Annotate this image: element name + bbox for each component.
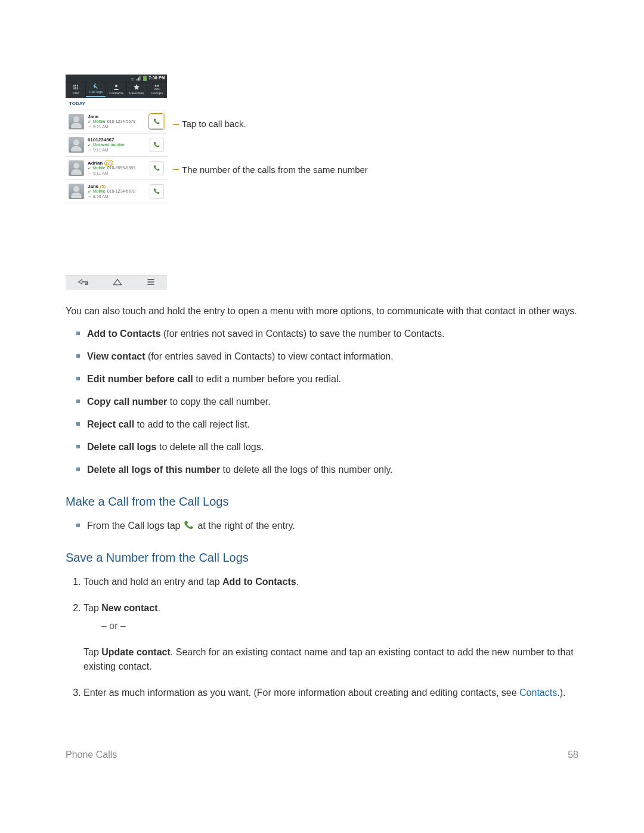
tab-contacts-label: Contacts — [109, 91, 123, 96]
time-arrow-icon: → — [88, 125, 92, 129]
incoming-call-icon: ↙ — [88, 189, 91, 194]
option-edit-number: Edit number before call to edit a number… — [87, 372, 578, 386]
svg-point-5 — [77, 86, 78, 88]
phone-icon — [153, 165, 160, 172]
signal-icon — [137, 76, 141, 80]
svg-point-1 — [75, 85, 76, 86]
callout-text: The number of the calls from the same nu… — [182, 163, 368, 177]
call-time: 9:11 AM — [93, 148, 109, 152]
avatar — [69, 184, 84, 199]
call-time: 9:11 AM — [93, 171, 109, 175]
home-icon[interactable] — [113, 275, 122, 290]
heading-save-number: Save a Number from the Call Logs — [66, 549, 578, 566]
tab-groups[interactable]: Groups — [147, 82, 167, 98]
call-logs-icon — [93, 83, 99, 89]
svg-point-11 — [157, 85, 159, 87]
contact-name: Adrian — [88, 160, 103, 166]
contacts-icon — [113, 84, 119, 90]
option-add-to-contacts: Add to Contacts (for entries not saved i… — [87, 327, 578, 341]
wifi-icon — [130, 76, 135, 80]
save-number-step-1: Touch and hold an entry and tap Add to C… — [83, 575, 578, 589]
save-number-step-2: Tap New contact. – or – Tap Update conta… — [83, 601, 578, 674]
make-call-step: From the Call logs tap at the right of t… — [87, 519, 578, 533]
option-view-contact: View contact (for entries saved in Conta… — [87, 349, 578, 364]
tab-groups-label: Groups — [151, 91, 163, 96]
option-delete-all-logs: Delete all logs of this number to delete… — [87, 463, 578, 477]
svg-point-2 — [77, 85, 78, 86]
number-type: Mobile — [93, 119, 106, 124]
status-bar: 7:00 PM — [66, 75, 167, 82]
tab-dial-label: Dial — [72, 91, 78, 96]
tab-call-logs-label: Call logs — [89, 89, 103, 95]
star-icon — [134, 84, 140, 90]
make-call-steps: From the Call logs tap at the right of t… — [66, 519, 578, 533]
tab-favorites[interactable]: Favorites — [127, 82, 147, 98]
time-arrow-icon: → — [88, 148, 92, 152]
contact-name: Jane — [88, 114, 98, 119]
menu-icon[interactable] — [147, 275, 155, 290]
figure-callouts: Tap to call back. The number of the call… — [173, 75, 368, 290]
incoming-call-icon: ↙ — [88, 166, 91, 171]
step-2-alt: Tap Update contact. Search for an existi… — [83, 645, 578, 674]
incoming-call-icon: ↙ — [88, 119, 91, 124]
dialpad-icon — [73, 84, 79, 90]
inline-phone-icon — [183, 519, 195, 531]
callout-tap-call-back: Tap to call back. — [173, 117, 368, 131]
call-back-button[interactable] — [150, 161, 164, 175]
groups-icon — [154, 84, 160, 90]
row-info: Jane (5) ↙Mobile 010-1234-5678 → 8:58 AM — [88, 184, 150, 199]
callout-call-count: The number of the calls from the same nu… — [173, 163, 368, 177]
status-time: 7:00 PM — [148, 75, 165, 82]
svg-point-0 — [73, 85, 75, 86]
phone-mockup: 7:00 PM Dial Call logs Contacts Favorit — [66, 75, 167, 290]
svg-point-4 — [75, 86, 76, 88]
call-log-row[interactable]: Adrian (2) ↙Mobile 010-5555-5555 → 9:11 … — [66, 157, 167, 180]
tab-contacts[interactable]: Contacts — [106, 82, 126, 98]
time-arrow-icon: → — [88, 194, 92, 199]
row-info: Jane ↙Mobile 010-1234-5678 → 9:21 AM — [88, 114, 150, 129]
svg-point-9 — [115, 85, 117, 87]
call-back-button[interactable] — [150, 138, 164, 152]
phone-icon — [153, 118, 160, 125]
section-today: TODAY — [66, 98, 167, 110]
phone-icon — [153, 188, 160, 195]
call-log-row[interactable]: Jane (5) ↙Mobile 010-1234-5678 → 8:58 AM — [66, 180, 167, 203]
row-info: 0101234567 ↙Unsaved number → 9:11 AM — [88, 137, 150, 153]
option-delete-call-logs: Delete call logs to delete all the call … — [87, 440, 578, 454]
call-count: (2) — [104, 160, 114, 166]
call-log-row[interactable]: 0101234567 ↙Unsaved number → 9:11 AM — [66, 134, 167, 157]
call-log-row[interactable]: Jane ↙Mobile 010-1234-5678 → 9:21 AM — [66, 110, 167, 134]
save-number-steps: Touch and hold an entry and tap Add to C… — [66, 575, 578, 700]
tab-call-logs[interactable]: Call logs — [86, 82, 106, 98]
footer-page-number: 58 — [568, 748, 578, 762]
row-info: Adrian (2) ↙Mobile 010-5555-5555 → 9:11 … — [88, 160, 150, 176]
page-footer: Phone Calls 58 — [66, 748, 578, 762]
option-copy-call-number: Copy call number to copy the call number… — [87, 395, 578, 409]
phone-app-tabs: Dial Call logs Contacts Favorites Groups — [66, 82, 167, 98]
avatar — [69, 160, 84, 176]
phone-number: 010-5555-5555 — [107, 166, 136, 171]
call-count: (5) — [100, 184, 106, 189]
heading-make-a-call: Make a Call from the Call Logs — [66, 493, 578, 510]
call-logs-figure: 7:00 PM Dial Call logs Contacts Favorit — [66, 75, 578, 290]
contact-name: Jane — [88, 184, 98, 189]
context-menu-options: Add to Contacts (for entries not saved i… — [66, 327, 578, 477]
back-icon[interactable] — [78, 275, 88, 290]
number-type: Unsaved number — [93, 143, 125, 147]
contact-name: 0101234567 — [88, 137, 114, 143]
phone-number: 010-1234-5678 — [107, 189, 136, 194]
link-contacts[interactable]: Contacts — [519, 688, 557, 698]
call-back-button[interactable] — [150, 114, 164, 129]
svg-point-10 — [155, 85, 157, 87]
intro-paragraph: You can also touch and hold the entry to… — [66, 304, 578, 318]
or-separator: – or – — [101, 619, 578, 633]
avatar — [69, 114, 84, 129]
tab-dial[interactable]: Dial — [66, 82, 86, 98]
number-type: Mobile — [93, 166, 106, 171]
svg-point-6 — [73, 88, 75, 89]
time-arrow-icon: → — [88, 171, 92, 175]
android-nav-bar — [66, 275, 167, 290]
svg-point-3 — [73, 86, 75, 88]
call-back-button[interactable] — [150, 184, 164, 199]
number-type: Mobile — [93, 189, 106, 194]
